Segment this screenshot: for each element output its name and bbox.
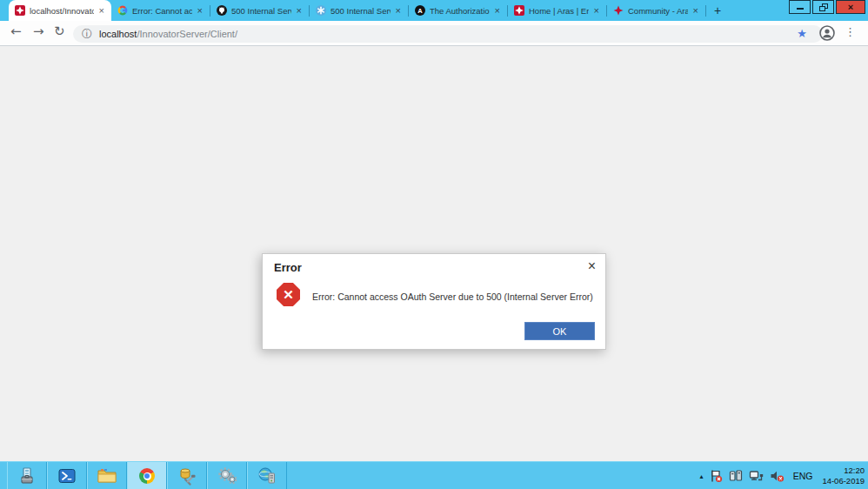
iis-manager-icon — [257, 466, 277, 486]
language-indicator[interactable]: ENG — [793, 471, 813, 481]
tab-community-aras[interactable]: Community - Aras × — [607, 0, 705, 21]
ok-button[interactable]: OK — [524, 322, 595, 340]
restore-button[interactable] — [812, 0, 834, 14]
close-window-icon: × — [848, 3, 853, 12]
windows-taskbar: ▴ ENG 12:20 14-06-201 — [0, 461, 868, 489]
tab-error-cannot-access[interactable]: Error: Cannot acces × — [111, 0, 210, 21]
iis-icon — [316, 5, 326, 16]
error-dialog: Error × ✕ Error: Cannot access OAuth Ser… — [262, 253, 606, 350]
profile-avatar-icon[interactable] — [819, 25, 835, 44]
reload-button[interactable]: ↻ — [54, 23, 65, 39]
action-center-flag-icon[interactable] — [710, 469, 723, 483]
close-window-button[interactable]: × — [836, 0, 865, 14]
clock-date: 14-06-2019 — [822, 476, 865, 486]
taskbar-buttons — [7, 462, 287, 489]
volume-muted-icon[interactable] — [770, 469, 785, 483]
tab-title: The Authorization F — [430, 6, 490, 16]
browser-titlebar: localhost/Innovator × Error: Cannot acce… — [0, 0, 868, 21]
tab-500-internal-server-iis[interactable]: 500 Internal Server E × — [310, 0, 408, 21]
close-tab-icon[interactable]: × — [692, 5, 699, 16]
clock-time: 12:20 — [822, 466, 865, 476]
tab-500-internal-server-github[interactable]: 500 Internal Server E × — [210, 0, 309, 21]
authorization-icon: A — [415, 5, 425, 16]
tab-localhost-innovator[interactable]: localhost/Innovator × — [9, 0, 111, 21]
taskbar-chrome-button[interactable] — [127, 462, 167, 489]
minimize-button[interactable] — [789, 0, 811, 14]
google-icon — [117, 5, 128, 16]
address-bar[interactable]: ⓘ localhost/InnovatorServer/Client/ — [73, 25, 823, 43]
taskbar-ssms-button[interactable] — [167, 462, 207, 489]
url-path: /InnovatorServer/Client/ — [137, 29, 237, 39]
show-hidden-icons-button[interactable]: ▴ — [700, 472, 704, 480]
github-icon — [217, 5, 227, 16]
dialog-title: Error — [274, 261, 302, 274]
tab-home-aras[interactable]: Home | Aras | Enter × — [508, 0, 606, 21]
back-button[interactable]: ← — [10, 23, 22, 39]
aras-community-icon — [613, 5, 624, 16]
taskbar-server-manager-button[interactable] — [7, 462, 47, 489]
new-tab-button[interactable]: + — [706, 0, 729, 21]
tab-title: Community - Aras — [628, 6, 688, 16]
minimize-icon — [797, 8, 804, 10]
restore-icon — [819, 3, 828, 11]
system-tray: ▴ ENG 12:20 14-06-201 — [700, 462, 865, 489]
taskbar-powershell-button[interactable] — [47, 462, 87, 489]
tab-title: localhost/Innovator — [30, 6, 94, 16]
tab-title: 500 Internal Server E — [231, 6, 291, 16]
file-explorer-icon — [97, 467, 117, 485]
bookmark-star-icon[interactable]: ★ — [797, 27, 807, 40]
aras-icon — [15, 5, 25, 16]
error-stop-icon: ✕ — [277, 283, 300, 306]
tab-title: Home | Aras | Enter — [529, 6, 589, 16]
tab-the-authorization[interactable]: A The Authorization F × — [409, 0, 507, 21]
browser-toolbar: ← → ↻ ⓘ localhost/InnovatorServer/Client… — [0, 21, 868, 46]
tab-strip: localhost/Innovator × Error: Cannot acce… — [0, 0, 868, 21]
dialog-close-icon[interactable]: × — [588, 258, 596, 274]
powershell-icon — [58, 467, 76, 485]
forward-button[interactable]: → — [33, 23, 44, 39]
clock[interactable]: 12:20 14-06-2019 — [822, 466, 865, 487]
close-tab-icon[interactable]: × — [395, 5, 402, 16]
close-tab-icon[interactable]: × — [197, 5, 204, 16]
url-text: localhost/InnovatorServer/Client/ — [99, 29, 237, 39]
close-tab-icon[interactable]: × — [296, 5, 303, 16]
url-host: localhost — [99, 29, 137, 39]
taskbar-services-button[interactable] — [207, 462, 247, 489]
page-content: Error × ✕ Error: Cannot access OAuth Ser… — [0, 47, 868, 461]
network-icon[interactable] — [749, 469, 764, 483]
window-controls: × — [789, 0, 865, 14]
close-tab-icon[interactable]: × — [494, 5, 501, 16]
sql-server-management-studio-icon — [177, 466, 197, 486]
dialog-message: Error: Cannot access OAuth Server due to… — [312, 291, 593, 302]
chrome-icon — [139, 468, 155, 484]
tab-title: 500 Internal Server E — [331, 6, 391, 16]
taskbar-file-explorer-button[interactable] — [87, 462, 127, 489]
svg-text:A: A — [417, 7, 423, 15]
services-gears-icon — [217, 466, 237, 486]
aras-icon — [514, 5, 524, 16]
page-info-icon[interactable]: ⓘ — [82, 27, 92, 42]
close-tab-icon[interactable]: × — [98, 5, 105, 16]
taskbar-iis-manager-button[interactable] — [247, 462, 287, 489]
close-tab-icon[interactable]: × — [593, 5, 600, 16]
server-manager-icon — [17, 466, 37, 486]
browser-menu-icon[interactable]: ⋮ — [845, 25, 856, 38]
tab-title: Error: Cannot acces — [132, 6, 192, 16]
server-tray-icon[interactable] — [729, 469, 743, 483]
